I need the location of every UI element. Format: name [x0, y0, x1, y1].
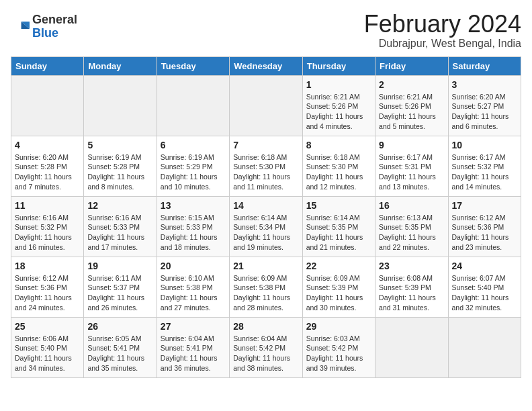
day-info: Sunrise: 6:21 AM Sunset: 5:26 PM Dayligh…: [379, 92, 444, 132]
day-info: Sunrise: 6:18 AM Sunset: 5:30 PM Dayligh…: [233, 152, 298, 192]
day-number: 21: [233, 261, 298, 271]
week-row-5: 25Sunrise: 6:06 AM Sunset: 5:40 PM Dayli…: [11, 317, 521, 377]
calendar-cell: 6Sunrise: 6:19 AM Sunset: 5:29 PM Daylig…: [157, 136, 229, 196]
calendar-cell: 4Sunrise: 6:20 AM Sunset: 5:28 PM Daylig…: [11, 136, 84, 196]
day-info: Sunrise: 6:18 AM Sunset: 5:30 PM Dayligh…: [306, 152, 371, 192]
week-row-1: 1Sunrise: 6:21 AM Sunset: 5:26 PM Daylig…: [11, 75, 521, 136]
day-number: 14: [233, 200, 298, 211]
calendar-cell: 29Sunrise: 6:03 AM Sunset: 5:42 PM Dayli…: [302, 317, 375, 377]
day-info: Sunrise: 6:16 AM Sunset: 5:33 PM Dayligh…: [87, 213, 152, 253]
day-number: 1: [306, 79, 371, 90]
calendar-cell: 13Sunrise: 6:15 AM Sunset: 5:33 PM Dayli…: [157, 196, 229, 257]
calendar-subtitle: Dubrajpur, West Bengal, India: [364, 38, 521, 50]
header-row: SundayMondayTuesdayWednesdayThursdayFrid…: [11, 56, 521, 75]
header: General Blue February 2024 Dubrajpur, We…: [11, 11, 521, 50]
calendar-cell: 24Sunrise: 6:07 AM Sunset: 5:40 PM Dayli…: [448, 257, 521, 317]
day-info: Sunrise: 6:19 AM Sunset: 5:29 PM Dayligh…: [161, 152, 226, 192]
day-number: 26: [87, 321, 152, 332]
day-info: Sunrise: 6:05 AM Sunset: 5:41 PM Dayligh…: [87, 334, 152, 373]
day-info: Sunrise: 6:15 AM Sunset: 5:33 PM Dayligh…: [161, 213, 226, 253]
day-number: 11: [15, 200, 80, 211]
day-number: 27: [161, 321, 226, 332]
day-number: 2: [379, 79, 444, 90]
calendar-cell: 1Sunrise: 6:21 AM Sunset: 5:26 PM Daylig…: [302, 75, 375, 136]
calendar-cell: 17Sunrise: 6:12 AM Sunset: 5:36 PM Dayli…: [448, 196, 521, 257]
logo: General Blue: [11, 13, 77, 40]
day-info: Sunrise: 6:14 AM Sunset: 5:34 PM Dayligh…: [233, 213, 298, 253]
week-row-2: 4Sunrise: 6:20 AM Sunset: 5:28 PM Daylig…: [11, 136, 521, 196]
column-header-saturday: Saturday: [448, 56, 521, 75]
calendar-table: SundayMondayTuesdayWednesdayThursdayFrid…: [11, 56, 521, 378]
day-info: Sunrise: 6:09 AM Sunset: 5:39 PM Dayligh…: [306, 273, 371, 313]
day-number: 4: [15, 140, 80, 150]
calendar-cell: 12Sunrise: 6:16 AM Sunset: 5:33 PM Dayli…: [84, 196, 157, 257]
column-header-tuesday: Tuesday: [157, 56, 229, 75]
calendar-cell: [448, 317, 521, 377]
day-info: Sunrise: 6:06 AM Sunset: 5:40 PM Dayligh…: [15, 334, 80, 373]
day-number: 20: [161, 261, 226, 271]
column-header-thursday: Thursday: [302, 56, 375, 75]
day-number: 3: [452, 79, 517, 90]
day-info: Sunrise: 6:20 AM Sunset: 5:28 PM Dayligh…: [15, 152, 80, 192]
day-info: Sunrise: 6:13 AM Sunset: 5:35 PM Dayligh…: [379, 213, 444, 253]
calendar-cell: 21Sunrise: 6:09 AM Sunset: 5:38 PM Dayli…: [230, 257, 302, 317]
calendar-cell: 14Sunrise: 6:14 AM Sunset: 5:34 PM Dayli…: [230, 196, 302, 257]
calendar-cell: 20Sunrise: 6:10 AM Sunset: 5:38 PM Dayli…: [157, 257, 229, 317]
day-info: Sunrise: 6:17 AM Sunset: 5:32 PM Dayligh…: [452, 152, 517, 192]
day-number: 7: [233, 140, 298, 150]
day-info: Sunrise: 6:14 AM Sunset: 5:35 PM Dayligh…: [306, 213, 371, 253]
calendar-cell: 10Sunrise: 6:17 AM Sunset: 5:32 PM Dayli…: [448, 136, 521, 196]
day-info: Sunrise: 6:03 AM Sunset: 5:42 PM Dayligh…: [306, 334, 371, 373]
calendar-body: 1Sunrise: 6:21 AM Sunset: 5:26 PM Daylig…: [11, 75, 521, 377]
day-info: Sunrise: 6:12 AM Sunset: 5:36 PM Dayligh…: [15, 273, 80, 313]
calendar-cell: 11Sunrise: 6:16 AM Sunset: 5:32 PM Dayli…: [11, 196, 84, 257]
calendar-cell: 2Sunrise: 6:21 AM Sunset: 5:26 PM Daylig…: [375, 75, 448, 136]
calendar-cell: 22Sunrise: 6:09 AM Sunset: 5:39 PM Dayli…: [302, 257, 375, 317]
calendar-cell: [157, 75, 229, 136]
calendar-cell: 28Sunrise: 6:04 AM Sunset: 5:42 PM Dayli…: [230, 317, 302, 377]
calendar-cell: 16Sunrise: 6:13 AM Sunset: 5:35 PM Dayli…: [375, 196, 448, 257]
day-number: 23: [379, 261, 444, 271]
calendar-cell: 25Sunrise: 6:06 AM Sunset: 5:40 PM Dayli…: [11, 317, 84, 377]
day-info: Sunrise: 6:12 AM Sunset: 5:36 PM Dayligh…: [452, 213, 517, 253]
day-info: Sunrise: 6:19 AM Sunset: 5:28 PM Dayligh…: [87, 152, 152, 192]
day-info: Sunrise: 6:07 AM Sunset: 5:40 PM Dayligh…: [452, 273, 517, 313]
logo-general-text: General: [32, 13, 77, 27]
logo-icon: [11, 17, 30, 36]
day-number: 28: [233, 321, 298, 332]
calendar-cell: [11, 75, 84, 136]
column-header-friday: Friday: [375, 56, 448, 75]
day-number: 5: [87, 140, 152, 150]
day-number: 15: [306, 200, 371, 211]
calendar-cell: 7Sunrise: 6:18 AM Sunset: 5:30 PM Daylig…: [230, 136, 302, 196]
day-number: 25: [15, 321, 80, 332]
calendar-cell: 15Sunrise: 6:14 AM Sunset: 5:35 PM Dayli…: [302, 196, 375, 257]
calendar-cell: [230, 75, 302, 136]
title-area: February 2024 Dubrajpur, West Bengal, In…: [364, 11, 521, 50]
calendar-cell: 26Sunrise: 6:05 AM Sunset: 5:41 PM Dayli…: [84, 317, 157, 377]
day-info: Sunrise: 6:16 AM Sunset: 5:32 PM Dayligh…: [15, 213, 80, 253]
day-number: 16: [379, 200, 444, 211]
column-header-sunday: Sunday: [11, 56, 84, 75]
day-number: 9: [379, 140, 444, 150]
calendar-cell: [84, 75, 157, 136]
day-number: 18: [15, 261, 80, 271]
calendar-cell: 8Sunrise: 6:18 AM Sunset: 5:30 PM Daylig…: [302, 136, 375, 196]
calendar-title: February 2024: [364, 11, 521, 38]
day-info: Sunrise: 6:10 AM Sunset: 5:38 PM Dayligh…: [161, 273, 226, 313]
day-number: 29: [306, 321, 371, 332]
day-info: Sunrise: 6:20 AM Sunset: 5:27 PM Dayligh…: [452, 92, 517, 132]
day-info: Sunrise: 6:17 AM Sunset: 5:31 PM Dayligh…: [379, 152, 444, 192]
day-number: 6: [161, 140, 226, 150]
calendar-cell: 5Sunrise: 6:19 AM Sunset: 5:28 PM Daylig…: [84, 136, 157, 196]
day-info: Sunrise: 6:08 AM Sunset: 5:39 PM Dayligh…: [379, 273, 444, 313]
day-number: 8: [306, 140, 371, 150]
calendar-header: SundayMondayTuesdayWednesdayThursdayFrid…: [11, 56, 521, 75]
column-header-monday: Monday: [84, 56, 157, 75]
week-row-3: 11Sunrise: 6:16 AM Sunset: 5:32 PM Dayli…: [11, 196, 521, 257]
calendar-cell: [375, 317, 448, 377]
calendar-cell: 9Sunrise: 6:17 AM Sunset: 5:31 PM Daylig…: [375, 136, 448, 196]
calendar-cell: 3Sunrise: 6:20 AM Sunset: 5:27 PM Daylig…: [448, 75, 521, 136]
day-number: 13: [161, 200, 226, 211]
column-header-wednesday: Wednesday: [230, 56, 302, 75]
